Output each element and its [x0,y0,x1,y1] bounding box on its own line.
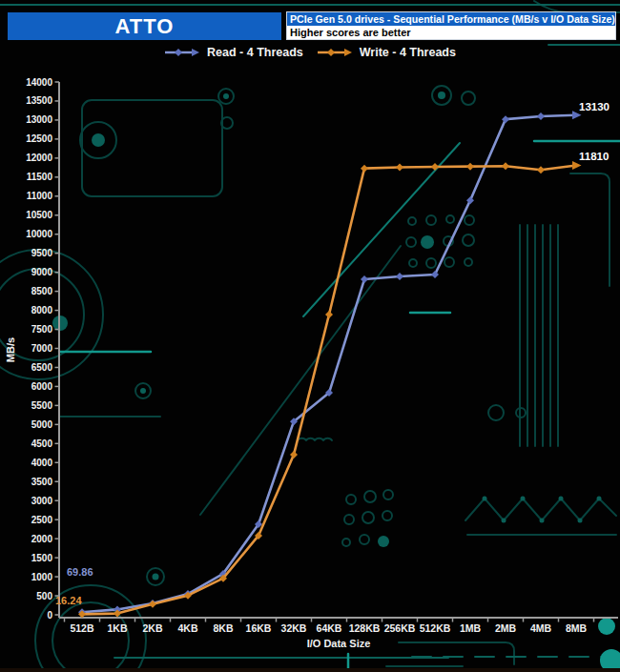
svg-text:1MB: 1MB [460,622,482,634]
svg-text:3500: 3500 [31,477,53,487]
svg-text:256KB: 256KB [384,622,416,634]
read-series-swatch-icon [164,48,200,57]
svg-text:13500: 13500 [26,95,52,106]
series-end-value-label: 13130 [579,101,610,112]
legend-label-read: Read - 4 Threads [207,46,303,59]
svg-text:512B: 512B [70,622,94,634]
svg-text:64KB: 64KB [317,622,342,634]
svg-text:4500: 4500 [31,438,53,449]
svg-text:2MB: 2MB [495,622,517,634]
svg-text:16KB: 16KB [246,622,272,634]
svg-text:12500: 12500 [26,133,52,144]
svg-text:10000: 10000 [26,229,52,239]
svg-text:2000: 2000 [31,534,53,544]
svg-text:8000: 8000 [31,305,53,316]
svg-text:5500: 5500 [31,400,53,411]
svg-text:14000: 14000 [26,77,52,88]
legend: Read - 4 Threads Write - 4 Threads [0,46,620,59]
svg-text:11500: 11500 [27,172,53,182]
svg-text:1500: 1500 [31,553,53,563]
title-box: PCIe Gen 5.0 drives - Sequential Perform… [286,11,616,40]
svg-text:5000: 5000 [31,419,53,430]
svg-text:0: 0 [47,610,52,621]
svg-text:1KB: 1KB [107,622,127,634]
svg-text:9500: 9500 [31,248,53,258]
svg-text:9000: 9000 [31,267,53,277]
legend-item-write: Write - 4 Threads [317,46,456,59]
svg-text:13000: 13000 [26,114,52,125]
legend-item-read: Read - 4 Threads [164,46,303,59]
chart-subtitle: Higher scores are better [287,26,615,39]
series-read: 69.8613130 [67,101,610,616]
screenshot-root: ATTO PCIe Gen 5.0 drives - Sequential Pe… [0,0,620,672]
svg-text:3000: 3000 [31,496,53,506]
series-start-value-label: 16.24 [55,595,82,606]
y-axis-ticks: 0500100015002000250030003500400045005000… [26,77,59,621]
svg-text:11000: 11000 [27,191,53,201]
svg-text:32KB: 32KB [281,622,307,634]
atto-logo-box: ATTO [8,12,281,40]
svg-text:128KB: 128KB [349,622,381,634]
svg-text:8KB: 8KB [213,622,233,634]
series-start-value-label: 69.86 [67,566,93,578]
svg-text:4000: 4000 [31,458,53,468]
svg-text:4MB: 4MB [530,622,552,634]
svg-text:6500: 6500 [31,362,53,373]
svg-text:1000: 1000 [31,572,53,582]
svg-text:7000: 7000 [31,343,53,354]
svg-text:512KB: 512KB [420,622,451,634]
performance-chart: 0500100015002000250030003500400045005000… [0,0,620,672]
svg-text:500: 500 [36,591,52,601]
svg-text:8MB: 8MB [566,622,588,634]
svg-text:6000: 6000 [31,381,53,392]
x-axis-ticks: 512B1KB2KB4KB8KB16KB32KB64KB128KB256KB51… [65,618,594,634]
svg-text:8500: 8500 [31,286,53,296]
svg-text:4KB: 4KB [177,622,197,634]
write-series-swatch-icon [317,48,353,57]
svg-text:12000: 12000 [26,153,52,163]
svg-text:7500: 7500 [31,324,53,335]
axes [59,82,618,618]
legend-label-write: Write - 4 Threads [360,46,456,59]
series-end-value-label: 11810 [579,151,609,162]
svg-text:2KB: 2KB [142,622,162,634]
svg-text:10500: 10500 [26,210,52,220]
y-axis-title: MB/s [5,337,16,362]
atto-logo-text: ATTO [115,14,175,39]
svg-text:2500: 2500 [31,515,53,525]
chart-title: PCIe Gen 5.0 drives - Sequential Perform… [287,12,615,26]
x-axis-title: I/O Data Size [307,638,371,649]
